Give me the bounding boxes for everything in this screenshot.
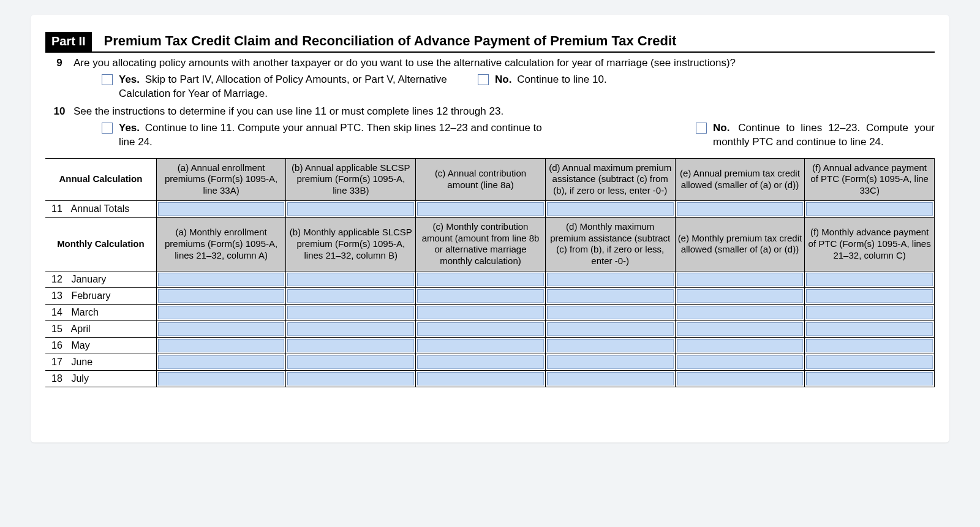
amount-input[interactable] (287, 339, 414, 352)
amount-input[interactable] (287, 306, 414, 319)
month-row-13: 13 February (45, 287, 935, 304)
amount-input[interactable] (417, 289, 544, 303)
amount-input[interactable] (158, 339, 285, 352)
month-row-16: 16 May (45, 337, 935, 354)
row-header: Monthly Calculation (45, 217, 156, 271)
amount-input[interactable] (547, 322, 674, 336)
amount-input[interactable] (806, 322, 933, 336)
amount-input[interactable] (677, 273, 804, 286)
amount-input[interactable] (677, 289, 804, 303)
amount-input[interactable] (547, 372, 674, 385)
part-badge: Part II (45, 32, 92, 51)
amount-input[interactable] (547, 273, 674, 286)
amount-input[interactable] (287, 273, 414, 286)
calculation-table: Annual Calculation(a) Annual enrollment … (45, 158, 935, 387)
row-label: 14 March (45, 304, 156, 320)
amount-input[interactable] (417, 306, 544, 319)
column-header-b: (b) Monthly applicable SLCSP premium (Fo… (286, 217, 416, 271)
line-10-yes-option: Yes. Continue to line 11. Compute your a… (102, 121, 560, 150)
amount-input[interactable] (547, 355, 674, 369)
line-9-yes-option: Yes. Skip to Part IV, Allocation of Poli… (102, 73, 462, 101)
amount-input[interactable] (806, 306, 933, 319)
amount-input[interactable] (806, 289, 933, 303)
amount-input[interactable] (417, 372, 544, 385)
amount-input[interactable] (547, 306, 674, 319)
amount-input[interactable] (287, 289, 414, 303)
amount-input[interactable] (417, 322, 544, 336)
amount-input[interactable] (158, 289, 285, 303)
month-row-14: 14 March (45, 304, 935, 320)
month-row-18: 18 July (45, 370, 935, 387)
checkbox-icon[interactable] (102, 123, 113, 134)
amount-input[interactable] (677, 202, 804, 216)
form-8962-part-ii: Part II Premium Tax Credit Claim and Rec… (45, 32, 935, 387)
annual-header-row: Annual Calculation(a) Annual enrollment … (45, 158, 935, 200)
amount-input[interactable] (677, 322, 804, 336)
amount-input[interactable] (287, 372, 414, 385)
column-header-c: (c) Monthly contribution amount (amount … (416, 217, 546, 271)
column-header-a: (a) Monthly enrollment premiums (Form(s)… (156, 217, 286, 271)
amount-input[interactable] (806, 202, 933, 216)
amount-input[interactable] (287, 202, 414, 216)
amount-input[interactable] (677, 355, 804, 369)
column-header-f: (f) Annual advance payment of PTC (Form(… (805, 158, 935, 200)
amount-input[interactable] (806, 273, 933, 286)
amount-input[interactable] (547, 202, 674, 216)
monthly-header-row: Monthly Calculation(a) Monthly enrollmen… (45, 217, 935, 271)
amount-input[interactable] (158, 306, 285, 319)
amount-input[interactable] (158, 202, 285, 216)
amount-input[interactable] (417, 202, 544, 216)
row-label: 18 July (45, 370, 156, 387)
line-number: 10 (45, 105, 74, 150)
amount-input[interactable] (417, 339, 544, 352)
checkbox-icon[interactable] (102, 74, 113, 85)
amount-input[interactable] (417, 355, 544, 369)
row-label: 16 May (45, 337, 156, 354)
row-label: 12 January (45, 271, 156, 287)
amount-input[interactable] (806, 355, 933, 369)
line-9: 9 Are you allocating policy amounts with… (45, 56, 935, 101)
column-header-d: (d) Annual maximum premium assistance (s… (545, 158, 675, 200)
amount-input[interactable] (287, 322, 414, 336)
column-header-e: (e) Annual premium tax credit allowed (s… (675, 158, 805, 200)
amount-input[interactable] (677, 306, 804, 319)
line-11-row: 11 Annual Totals (45, 200, 935, 217)
row-label: 13 February (45, 287, 156, 304)
amount-input[interactable] (417, 273, 544, 286)
amount-input[interactable] (806, 372, 933, 385)
line-10-question: See the instructions to determine if you… (74, 105, 935, 119)
section-header: Part II Premium Tax Credit Claim and Rec… (45, 32, 935, 53)
row-header: Annual Calculation (45, 158, 156, 200)
part-title: Premium Tax Credit Claim and Reconciliat… (104, 32, 677, 51)
row-label: 11 Annual Totals (45, 200, 156, 217)
column-header-e: (e) Monthly premium tax credit allowed (… (675, 217, 805, 271)
amount-input[interactable] (287, 355, 414, 369)
checkbox-icon[interactable] (478, 74, 489, 85)
row-label: 15 April (45, 320, 156, 337)
column-header-d: (d) Monthly maximum premium assistance (… (545, 217, 675, 271)
column-header-c: (c) Annual contribution amount (line 8a) (416, 158, 546, 200)
amount-input[interactable] (806, 339, 933, 352)
month-row-12: 12 January (45, 271, 935, 287)
amount-input[interactable] (547, 289, 674, 303)
column-header-a: (a) Annual enrollment premiums (Form(s) … (156, 158, 286, 200)
line-9-question: Are you allocating policy amounts with a… (74, 56, 935, 70)
column-header-f: (f) Monthly advance payment of PTC (Form… (805, 217, 935, 271)
month-row-17: 17 June (45, 354, 935, 370)
column-header-b: (b) Annual applicable SLCSP premium (For… (286, 158, 416, 200)
amount-input[interactable] (158, 372, 285, 385)
amount-input[interactable] (677, 372, 804, 385)
amount-input[interactable] (677, 339, 804, 352)
month-row-15: 15 April (45, 320, 935, 337)
amount-input[interactable] (547, 339, 674, 352)
amount-input[interactable] (158, 322, 285, 336)
line-9-no-option: No. Continue to line 10. (478, 73, 607, 87)
checkbox-icon[interactable] (696, 123, 707, 134)
amount-input[interactable] (158, 355, 285, 369)
amount-input[interactable] (158, 273, 285, 286)
line-number: 9 (45, 56, 74, 101)
row-label: 17 June (45, 354, 156, 370)
line-10: 10 See the instructions to determine if … (45, 105, 935, 150)
line-10-no-option: No. Continue to lines 12–23. Compute you… (696, 121, 935, 150)
